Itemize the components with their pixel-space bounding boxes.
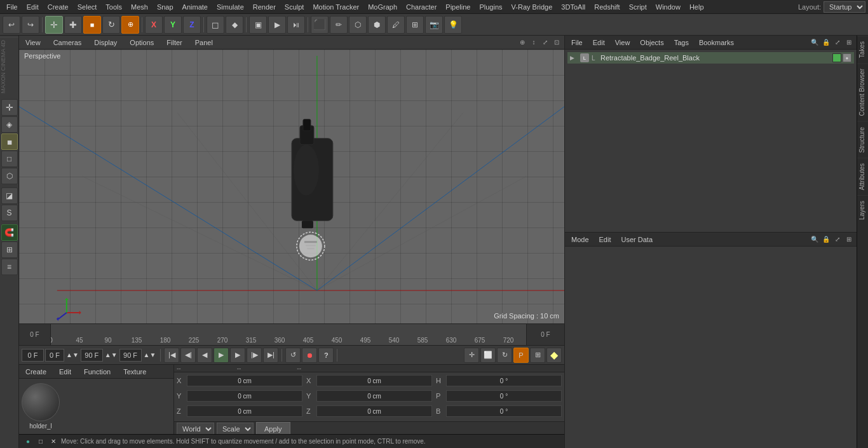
start-frame-input[interactable] <box>22 349 44 362</box>
left-select-btn[interactable]: ✛ <box>1 99 18 116</box>
obj-color-indicator[interactable] <box>832 53 841 62</box>
render-active-button[interactable]: ▶ <box>268 16 286 34</box>
y-axis-button[interactable]: Y <box>164 16 182 34</box>
menu-create[interactable]: Create <box>44 2 72 12</box>
left-uv-btn[interactable]: ◪ <box>1 187 18 204</box>
vp-expand-icon[interactable]: ⤢ <box>540 37 550 48</box>
object-mode-button[interactable]: ◻ <box>207 16 224 34</box>
timeline-ruler[interactable]: 0 45 90 135 180 225 270 315 360 405 450 … <box>51 324 526 345</box>
camera-button[interactable]: 📷 <box>425 16 443 34</box>
grid-transport[interactable]: ⊞ <box>530 348 545 363</box>
y-pos2-input[interactable] <box>316 390 432 402</box>
go-start-button[interactable]: |◀ <box>164 348 179 363</box>
z-pos-input[interactable] <box>187 405 302 417</box>
om-file-btn[interactable]: File <box>567 38 587 47</box>
record-button[interactable]: ⏺ <box>302 348 317 363</box>
status-icon-3[interactable]: ✕ <box>48 437 58 447</box>
cube-connect-button[interactable]: ⬡ <box>349 16 367 34</box>
menu-motion-tracker[interactable]: Motion Tracker <box>309 2 363 12</box>
next-frame-button[interactable]: ▶ <box>230 348 245 363</box>
status-icon-2[interactable]: □ <box>36 437 46 447</box>
attrs-search-icon[interactable]: 🔍 <box>810 234 820 245</box>
om-tags-btn[interactable]: Tags <box>670 38 693 47</box>
go-end-button[interactable]: ▶| <box>263 348 278 363</box>
transform-tool-button[interactable]: ⊕ <box>121 16 139 34</box>
paint-button[interactable]: 🖊 <box>387 16 405 34</box>
object-row-badge[interactable]: ▶ L L Retractable_Badge_Reel_Black ● <box>567 52 854 64</box>
layout-select[interactable]: Startup <box>824 1 865 13</box>
menu-simulate[interactable]: Simulate <box>213 2 248 12</box>
left-floor-btn[interactable]: ≡ <box>1 259 18 275</box>
attrs-userdata-btn[interactable]: User Data <box>618 235 657 244</box>
vp-panel-btn[interactable]: Panel <box>191 38 217 47</box>
world-select[interactable]: World <box>177 423 214 435</box>
om-grid-icon[interactable]: ⊞ <box>844 37 854 48</box>
scale-tool-button[interactable]: ■ <box>83 16 101 34</box>
left-snap-btn[interactable]: 🧲 <box>1 224 18 241</box>
menu-snap[interactable]: Snap <box>153 2 177 12</box>
vp-view-btn[interactable]: View <box>22 38 44 47</box>
move-tool-button[interactable]: ✚ <box>64 16 82 34</box>
polygon-mode-button[interactable]: ◆ <box>226 16 243 34</box>
left-mat-btn[interactable]: S <box>1 205 18 221</box>
attrs-expand-icon[interactable]: ⤢ <box>832 234 843 245</box>
select-tool-button[interactable]: ✛ <box>45 16 63 34</box>
menu-3dtoall[interactable]: 3DToAll <box>557 2 589 12</box>
render-all-button[interactable]: ⏯ <box>287 16 305 34</box>
b-rot-input[interactable] <box>446 405 562 417</box>
menu-tools[interactable]: Tools <box>102 2 126 12</box>
x-pos2-input[interactable] <box>316 375 432 386</box>
attrs-grid-icon[interactable]: ⊞ <box>844 234 854 245</box>
vtab-layers[interactable]: Layers <box>857 195 868 225</box>
y-pos-input[interactable] <box>187 390 302 402</box>
om-objects-btn[interactable]: Objects <box>636 38 667 47</box>
vp-layout-icon[interactable]: ⊡ <box>552 37 562 48</box>
render-region-button[interactable]: ▣ <box>249 16 267 34</box>
menu-window[interactable]: Window <box>652 2 684 12</box>
x-axis-button[interactable]: X <box>145 16 163 34</box>
vp-cameras-btn[interactable]: Cameras <box>50 38 86 47</box>
scale-tool-transport[interactable]: ⬜ <box>480 348 496 363</box>
move-tool-transport[interactable]: ✛ <box>464 348 479 363</box>
z-pos2-input[interactable] <box>316 405 432 417</box>
om-lock-icon[interactable]: 🔒 <box>821 37 831 48</box>
menu-select[interactable]: Select <box>74 2 101 12</box>
left-poly-btn[interactable]: ◼ <box>1 133 18 150</box>
keyframe-transport[interactable]: ◆ <box>546 348 562 363</box>
frame-input-3[interactable] <box>119 349 142 362</box>
vp-display-btn[interactable]: Display <box>90 38 121 47</box>
menu-vray[interactable]: V-Ray Bridge <box>508 2 557 12</box>
vtab-structure[interactable]: Structure <box>857 121 868 158</box>
prev-frame-button[interactable]: ◀ <box>197 348 212 363</box>
vtab-takes[interactable]: Takes <box>857 36 868 63</box>
frame-input-2[interactable] <box>81 349 103 362</box>
om-bookmarks-btn[interactable]: Bookmarks <box>695 38 738 47</box>
vp-lock-icon[interactable]: ⊕ <box>517 37 527 48</box>
x-pos-input[interactable] <box>187 375 302 386</box>
left-move-btn[interactable]: ◈ <box>1 116 18 133</box>
material-preview[interactable] <box>22 383 60 421</box>
h-rot-input[interactable] <box>446 375 562 386</box>
obj-extra-icon[interactable]: ● <box>843 53 851 62</box>
om-search-icon[interactable]: 🔍 <box>810 37 820 48</box>
vp-arrows-icon[interactable]: ↕ <box>529 37 539 48</box>
undo-button[interactable]: ↩ <box>3 16 20 34</box>
cube-front-button[interactable]: ⬛ <box>311 16 329 34</box>
menu-pipeline[interactable]: Pipeline <box>442 2 474 12</box>
vtab-attributes[interactable]: Attributes <box>857 158 868 195</box>
om-edit-btn[interactable]: Edit <box>589 38 609 47</box>
viewport[interactable]: Perspective Grid Spacing : 10 cm <box>19 50 564 323</box>
attrs-mode-btn[interactable]: Mode <box>567 235 593 244</box>
help-button[interactable]: ? <box>318 348 334 363</box>
cube-array-button[interactable]: ⬢ <box>368 16 386 34</box>
menu-file[interactable]: File <box>3 2 22 12</box>
left-sculpt-btn[interactable]: ⬡ <box>1 168 18 184</box>
mat-edit-btn[interactable]: Edit <box>55 367 75 376</box>
menu-plugins[interactable]: Plugins <box>475 2 506 12</box>
rotate-tool-transport[interactable]: ↻ <box>497 348 512 363</box>
om-view-btn[interactable]: View <box>611 38 634 47</box>
rotate-tool-button[interactable]: ↻ <box>102 16 120 34</box>
z-axis-button[interactable]: Z <box>183 16 201 34</box>
menu-render[interactable]: Render <box>249 2 280 12</box>
record-mode-transport[interactable]: P <box>513 348 529 363</box>
